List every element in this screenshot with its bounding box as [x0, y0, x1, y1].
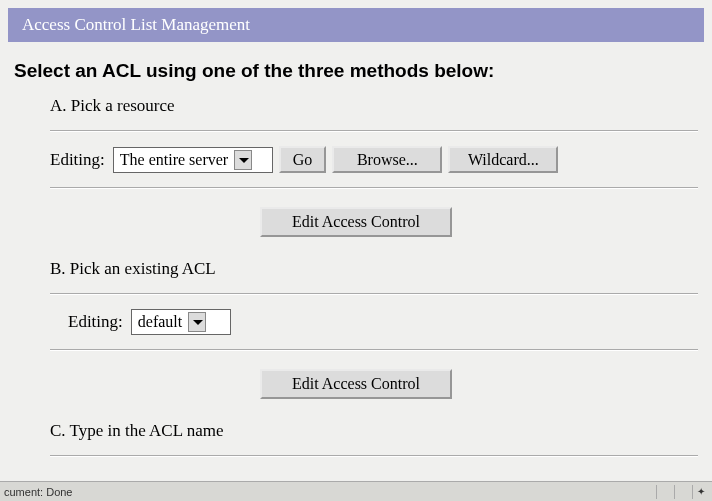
status-bar-text: cument: Done: [4, 486, 72, 498]
divider: [50, 349, 698, 351]
section-b-edit-row: Edit Access Control: [14, 369, 698, 399]
page-instruction: Select an ACL using one of the three met…: [14, 60, 698, 82]
acl-select[interactable]: default: [131, 309, 231, 335]
status-icons: ✦: [656, 485, 708, 499]
status-bar: cument: Done ✦: [0, 481, 712, 501]
browse-button[interactable]: Browse...: [332, 146, 442, 173]
section-b-controls: Editing: default: [68, 309, 698, 335]
status-icon: ✦: [692, 485, 708, 499]
section-c-label: C. Type in the ACL name: [50, 421, 698, 441]
divider: [50, 293, 698, 295]
section-a-label: A. Pick a resource: [50, 96, 698, 116]
divider: [50, 130, 698, 132]
acl-select-value: default: [138, 313, 182, 331]
section-a-edit-row: Edit Access Control: [14, 207, 698, 237]
section-b-label: B. Pick an existing ACL: [50, 259, 698, 279]
go-button[interactable]: Go: [279, 146, 327, 173]
chevron-down-icon: [188, 312, 206, 332]
resource-select-value: The entire server: [120, 151, 228, 169]
edit-access-control-a-button[interactable]: Edit Access Control: [260, 207, 452, 237]
status-icon: [656, 485, 672, 499]
divider: [50, 187, 698, 189]
title-bar: Access Control List Management: [8, 8, 704, 42]
wildcard-button[interactable]: Wildcard...: [448, 146, 558, 173]
edit-access-control-b-button[interactable]: Edit Access Control: [260, 369, 452, 399]
divider: [50, 455, 698, 457]
title-bar-text: Access Control List Management: [22, 15, 250, 34]
status-icon: [674, 485, 690, 499]
section-a-controls: Editing: The entire server Go Browse... …: [50, 146, 698, 173]
main-content: Select an ACL using one of the three met…: [0, 60, 712, 457]
editing-label-a: Editing:: [50, 150, 105, 170]
editing-label-b: Editing:: [68, 312, 123, 332]
resource-select[interactable]: The entire server: [113, 147, 273, 173]
chevron-down-icon: [234, 150, 252, 170]
